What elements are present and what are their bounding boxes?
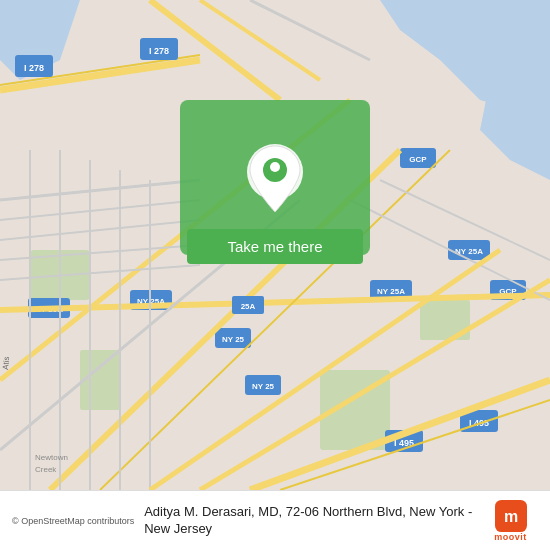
info-bar: © OpenStreetMap contributors Aditya M. D…: [0, 490, 550, 550]
location-text: Aditya M. Derasari, MD, 72-06 Northern B…: [144, 504, 473, 538]
map-pin: [245, 140, 305, 235]
svg-text:Newtown: Newtown: [35, 453, 68, 462]
take-me-there-button[interactable]: Take me there: [187, 229, 363, 264]
svg-text:NY 25: NY 25: [222, 335, 245, 344]
svg-text:GCP: GCP: [409, 155, 427, 164]
moovit-logo: m moovit: [483, 500, 538, 542]
moovit-icon: m: [495, 500, 527, 532]
moovit-text: moovit: [494, 532, 527, 542]
svg-text:25A: 25A: [241, 302, 256, 311]
svg-text:I 278: I 278: [24, 63, 44, 73]
svg-text:Creek: Creek: [35, 465, 57, 474]
map-container: I 278 I 278 NY 25A NY 25A NY 25A NY 25 N…: [0, 0, 550, 490]
osm-attribution: © OpenStreetMap contributors: [12, 516, 134, 526]
svg-point-65: [270, 162, 280, 172]
svg-text:I 278: I 278: [149, 46, 169, 56]
svg-text:NY 25A: NY 25A: [377, 287, 405, 296]
svg-text:NY 25: NY 25: [252, 382, 275, 391]
svg-text:Atis: Atis: [1, 356, 11, 370]
svg-text:m: m: [503, 508, 517, 525]
osm-attribution-text: © OpenStreetMap contributors: [12, 516, 134, 526]
